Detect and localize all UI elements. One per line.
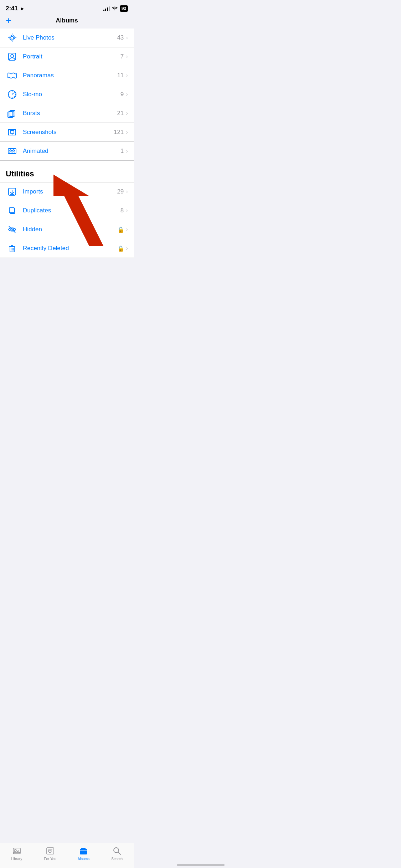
utilities-list: Imports 29 › Duplicates 8 › [0,182,134,258]
portrait-count: 7 [120,53,124,60]
list-item-recently-deleted[interactable]: Recently Deleted 🔒 › [0,239,134,258]
list-item-bursts[interactable]: Bursts 21 › [0,104,134,123]
recently-deleted-chevron: › [126,245,128,252]
bursts-icon [6,108,19,118]
svg-line-34 [9,226,15,233]
list-item-panoramas[interactable]: Panoramas 11 › [0,66,134,85]
bursts-label: Bursts [23,110,117,117]
screenshots-chevron: › [126,129,128,136]
list-item-slomo[interactable]: Slo-mo 9 › [0,85,134,104]
slomo-chevron: › [126,91,128,98]
list-item-animated[interactable]: Animated 1 › [0,142,134,161]
animated-label: Animated [23,148,120,155]
list-item-imports[interactable]: Imports 29 › [0,182,134,201]
animated-chevron: › [126,148,128,155]
hidden-icon [6,224,19,234]
screenshots-icon [6,127,19,137]
list-item-duplicates[interactable]: Duplicates 8 › [0,201,134,220]
status-bar: 2:41 ► 93 [0,0,134,14]
imports-chevron: › [126,188,128,195]
media-types-list: Live Photos 43 › Portrait 7 › [0,29,134,161]
svg-rect-31 [9,208,14,213]
hidden-label: Hidden [23,226,117,233]
panoramas-icon [6,71,19,81]
recently-deleted-lock-icon: 🔒 [117,245,124,252]
location-icon: ► [20,6,25,11]
live-photos-icon [6,33,19,43]
svg-line-19 [12,93,14,94]
duplicates-icon [6,206,19,216]
animated-count: 1 [120,148,124,155]
live-photos-chevron: › [126,34,128,41]
imports-label: Imports [23,188,117,195]
duplicates-label: Duplicates [23,207,120,214]
svg-line-17 [10,97,10,97]
portrait-label: Portrait [23,53,120,60]
svg-point-7 [11,55,14,57]
slomo-count: 9 [120,91,124,98]
battery-icon: 93 [120,5,128,12]
utilities-title: Utilities [6,169,34,178]
status-time: 2:41 ► [6,5,25,12]
nav-header: + Albums [0,14,134,29]
slomo-icon [6,89,19,99]
svg-rect-24 [10,130,14,133]
animated-icon [6,146,19,156]
slomo-label: Slo-mo [23,91,120,98]
hidden-lock-icon: 🔒 [117,226,124,233]
svg-point-25 [12,135,12,135]
duplicates-chevron: › [126,207,128,214]
svg-line-16 [14,97,15,97]
page-title: Albums [56,17,78,24]
imports-icon [6,187,19,197]
panoramas-count: 11 [117,72,124,79]
live-photos-label: Live Photos [23,34,117,41]
status-icons: 93 [103,5,128,12]
add-album-button[interactable]: + [6,16,11,26]
bursts-count: 21 [117,110,124,117]
duplicates-count: 8 [120,207,124,214]
wifi-icon [112,6,118,11]
live-photos-count: 43 [117,34,124,41]
signal-icon [103,6,110,11]
list-item-live-photos[interactable]: Live Photos 43 › [0,29,134,47]
utilities-section-header: Utilities [0,161,134,182]
content-scroll: Live Photos 43 › Portrait 7 › [0,29,134,290]
screenshots-label: Screenshots [23,129,114,136]
screenshots-count: 121 [114,129,124,136]
bursts-chevron: › [126,110,128,117]
panoramas-label: Panoramas [23,72,117,79]
recently-deleted-icon [6,243,19,253]
panoramas-chevron: › [126,72,128,79]
portrait-icon [6,52,19,62]
recently-deleted-label: Recently Deleted [23,245,117,252]
svg-line-15 [10,92,10,93]
list-item-portrait[interactable]: Portrait 7 › [0,47,134,66]
svg-point-0 [11,36,14,39]
portrait-chevron: › [126,53,128,60]
hidden-chevron: › [126,226,128,233]
imports-count: 29 [117,188,124,195]
list-item-screenshots[interactable]: Screenshots 121 › [0,123,134,142]
list-item-hidden[interactable]: Hidden 🔒 › [0,220,134,239]
svg-line-18 [14,92,15,93]
